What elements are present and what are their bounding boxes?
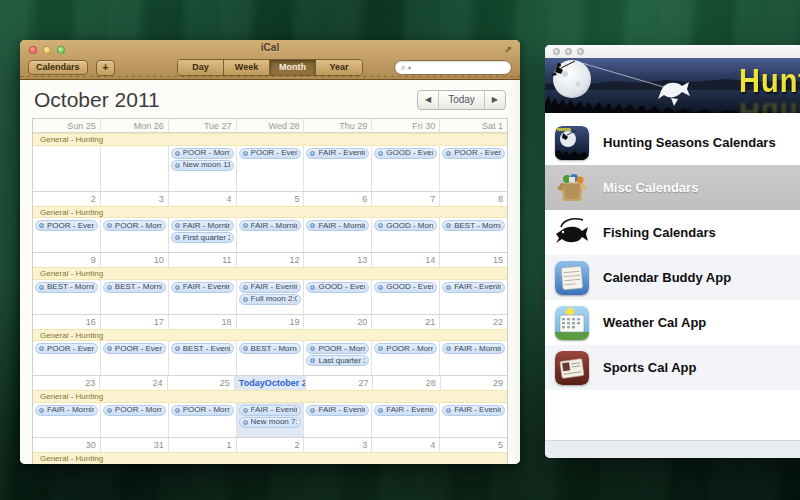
date-number[interactable]: 17 <box>101 315 169 329</box>
day-cell[interactable]: BEST - Evening <box>169 341 237 375</box>
date-number[interactable]: 11 <box>169 253 237 267</box>
date-number[interactable]: 13 <box>304 253 372 267</box>
tab-year[interactable]: Year <box>316 60 362 75</box>
day-cell[interactable]: FAIR - Morning <box>440 341 507 375</box>
minimize-button-inactive[interactable] <box>565 48 572 55</box>
day-cell[interactable] <box>101 146 169 191</box>
event-pill[interactable]: FAIR - Morning <box>239 220 302 231</box>
day-cell[interactable]: GOOD - Evening <box>372 146 440 191</box>
event-pill[interactable]: GOOD - Evening <box>374 148 437 159</box>
list-item-weather-cal[interactable]: Weather Cal App <box>545 300 800 345</box>
day-cell[interactable]: FAIR - Evening <box>304 146 372 191</box>
date-number[interactable]: 3 <box>304 438 372 452</box>
day-cell[interactable]: POOR - Evening <box>101 341 169 375</box>
fullscreen-icon[interactable]: ⇗ <box>504 44 512 54</box>
event-pill[interactable]: GOOD - Morning <box>374 220 437 231</box>
today-date-label[interactable]: TodayOctober 26 <box>235 376 306 390</box>
day-cell[interactable]: GOOD - Evening <box>372 280 440 314</box>
day-cell[interactable]: FAIR - Morning <box>237 218 305 252</box>
allday-event-banner[interactable]: General - Hunting <box>33 133 507 146</box>
day-cell[interactable]: FAIR - Morning <box>33 403 101 437</box>
event-pill[interactable]: BEST - Morning <box>239 343 302 354</box>
date-number[interactable]: 14 <box>372 253 440 267</box>
event-pill[interactable]: BEST - Morning <box>442 220 505 231</box>
date-number[interactable]: 3 <box>101 192 169 206</box>
event-pill[interactable]: POOR - Evening <box>35 343 98 354</box>
date-number[interactable]: 12 <box>237 253 305 267</box>
date-number[interactable]: 28 <box>373 376 440 390</box>
date-number[interactable]: 10 <box>101 253 169 267</box>
allday-event-banner[interactable]: General - Hunting <box>33 267 507 280</box>
event-pill[interactable]: FAIR - Evening <box>306 405 369 416</box>
date-number[interactable]: 20 <box>304 315 372 329</box>
date-number[interactable]: 6 <box>304 192 372 206</box>
day-cell[interactable]: FAIR - MorningFirst quarter 3:15am <box>169 218 237 252</box>
event-pill[interactable]: FAIR - Evening <box>374 405 437 416</box>
list-item-misc-calendars[interactable]: Misc Calendars <box>545 165 800 210</box>
add-calendar-button[interactable]: + <box>96 60 116 76</box>
date-number[interactable]: 5 <box>440 438 507 452</box>
day-cell[interactable]: FAIR - Evening <box>169 280 237 314</box>
event-pill[interactable]: FAIR - Morning <box>171 220 234 231</box>
event-pill[interactable]: BEST - Morning <box>35 282 98 293</box>
day-cell[interactable]: POOR - Morning <box>169 403 237 437</box>
event-pill[interactable]: POOR - Evening <box>239 148 302 159</box>
day-cell[interactable]: GOOD - Morning <box>372 218 440 252</box>
event-pill[interactable]: FAIR - Evening <box>239 405 302 416</box>
event-pill[interactable]: GOOD - Evening <box>306 282 369 293</box>
search-input[interactable]: ⌕ ▾ <box>394 60 512 75</box>
event-pill[interactable]: First quarter 3:15am <box>171 232 234 243</box>
date-number[interactable]: 29 <box>441 376 507 390</box>
date-number[interactable]: 16 <box>33 315 101 329</box>
date-number[interactable]: 2 <box>237 438 305 452</box>
zoom-button-inactive[interactable] <box>577 48 584 55</box>
date-number[interactable]: 21 <box>372 315 440 329</box>
day-cell[interactable]: POOR - MorningNew moon 11:09am <box>169 146 237 191</box>
day-cell[interactable]: BEST - Morning <box>33 280 101 314</box>
event-pill[interactable]: BEST - Morning <box>103 282 166 293</box>
event-pill[interactable]: POOR - Morning <box>374 343 437 354</box>
date-number[interactable]: 8 <box>440 192 507 206</box>
minimize-button[interactable] <box>43 46 51 54</box>
event-pill[interactable]: FAIR - Evening <box>239 282 302 293</box>
close-button[interactable] <box>29 46 37 54</box>
date-number[interactable]: 4 <box>372 438 440 452</box>
event-pill[interactable]: POOR - Evening <box>442 148 505 159</box>
day-cell[interactable]: POOR - Morning <box>372 341 440 375</box>
list-item-fishing-calendars[interactable]: Fishing Calendars <box>545 210 800 255</box>
event-pill[interactable]: POOR - Morning <box>171 148 234 159</box>
day-cell[interactable]: FAIR - Evening <box>372 403 440 437</box>
event-pill[interactable]: POOR - Morning <box>171 405 234 416</box>
date-number[interactable]: 22 <box>440 315 507 329</box>
day-cell[interactable]: FAIR - Morning <box>304 218 372 252</box>
tab-month[interactable]: Month <box>270 60 316 75</box>
event-pill[interactable]: POOR - Morning <box>103 220 166 231</box>
day-cell[interactable]: BEST - Morning <box>101 280 169 314</box>
day-cell[interactable]: FAIR - Evening <box>304 403 372 437</box>
date-number[interactable]: 5 <box>237 192 305 206</box>
day-cell[interactable]: POOR - MorningLast quarter 3:30am <box>304 341 372 375</box>
day-cell[interactable]: POOR - Evening <box>33 341 101 375</box>
event-pill[interactable]: FAIR - Morning <box>35 405 98 416</box>
zoom-button[interactable] <box>57 46 65 54</box>
today-button[interactable]: Today <box>439 91 485 109</box>
event-pill[interactable]: FAIR - Evening <box>442 405 505 416</box>
event-pill[interactable]: FAIR - Evening <box>171 282 234 293</box>
date-number[interactable]: 2 <box>33 192 101 206</box>
day-cell[interactable]: FAIR - Evening <box>440 280 507 314</box>
date-number[interactable]: 23 <box>33 376 100 390</box>
day-cell[interactable]: FAIR - EveningFull moon 2:06am <box>237 280 305 314</box>
day-cell[interactable]: FAIR - Evening <box>440 403 507 437</box>
event-pill[interactable]: POOR - Evening <box>35 220 98 231</box>
day-cell[interactable]: POOR - Morning <box>101 218 169 252</box>
date-number[interactable]: 30 <box>33 438 101 452</box>
close-button-inactive[interactable] <box>553 48 560 55</box>
event-pill[interactable]: FAIR - Evening <box>306 148 369 159</box>
event-pill[interactable]: FAIR - Morning <box>442 343 505 354</box>
event-pill[interactable]: New moon 7:56pm <box>239 417 302 428</box>
next-month-button[interactable]: ▶ <box>485 91 505 109</box>
allday-event-banner[interactable]: General - Hunting <box>33 390 507 403</box>
list-item-sports-cal[interactable]: Sports Cal App <box>545 345 800 390</box>
list-item-hunting-seasons[interactable]: Hunting Seasons Calendars <box>545 120 800 165</box>
date-number[interactable]: 25 <box>168 376 235 390</box>
